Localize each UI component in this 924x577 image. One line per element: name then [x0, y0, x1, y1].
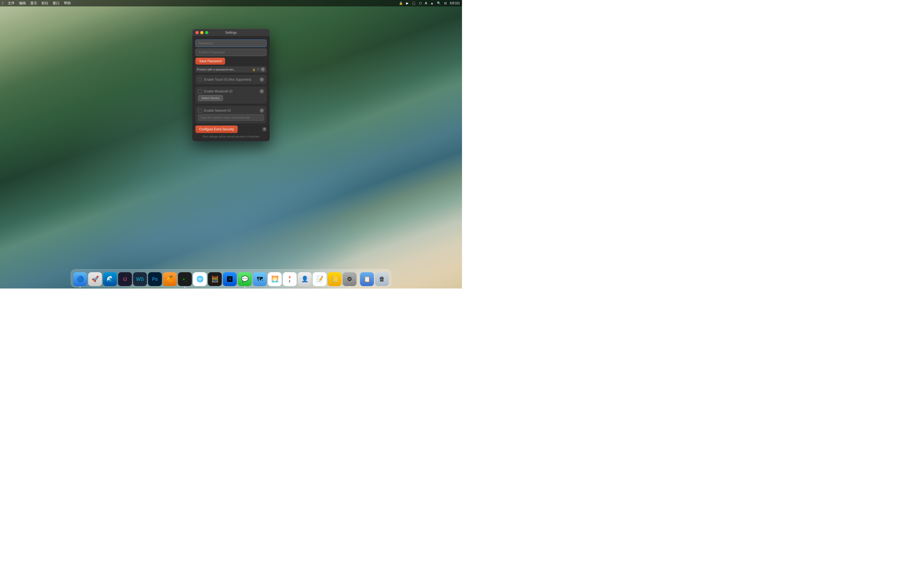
date-display: 6月3日: [450, 1, 460, 6]
text-input-icon: A: [425, 2, 427, 5]
dock-item-maps[interactable]: 🗺: [253, 272, 267, 286]
dock: 🔵 🚀 🌊 IJ WS Ps 🍊 >_ 🌐: [71, 269, 391, 287]
bluetooth-help-button[interactable]: ?: [260, 89, 264, 93]
touch-id-section: Enable Touch ID (Not Supported) ?: [195, 75, 267, 84]
menu-view[interactable]: 显示: [30, 1, 37, 6]
protect-icons: 🔒 🛡: [252, 68, 260, 71]
maximize-button[interactable]: [205, 31, 208, 34]
wifi-icon: ▲: [430, 2, 434, 5]
touch-id-checkbox[interactable]: [198, 78, 202, 82]
touch-id-row: Enable Touch ID (Not Supported) ?: [198, 77, 264, 82]
play-icon: ▶: [406, 2, 409, 5]
dock-item-chrome[interactable]: 🌐: [193, 272, 207, 286]
network-name-input[interactable]: [198, 114, 264, 121]
dock-item-photoshop[interactable]: Ps: [148, 272, 162, 286]
dock-item-calendar[interactable]: 63: [283, 272, 297, 286]
search-icon[interactable]: 🔍: [437, 2, 441, 5]
lock-icon: 🔒: [399, 2, 403, 5]
bluetooth-row: Enable Bluetooth ID ?: [198, 89, 264, 93]
dock-item-webstorm[interactable]: WS: [133, 272, 147, 286]
dock-item-photos[interactable]: 🌅: [268, 272, 282, 286]
shield-icon: 🛡: [257, 68, 260, 71]
bluetooth-label: Enable Bluetooth ID: [204, 89, 233, 93]
select-device-button[interactable]: Select Device: [198, 95, 223, 101]
touch-id-label: Enable Touch ID (Not Supported): [204, 78, 251, 82]
bluetooth-icon: ⬡: [419, 2, 422, 5]
dock-item-finder[interactable]: 🔵: [73, 272, 87, 286]
dock-item-orange[interactable]: 🍊: [163, 272, 177, 286]
control-center-icon[interactable]: ⊟: [444, 2, 447, 5]
bluetooth-checkbox[interactable]: [198, 89, 202, 93]
menu-go[interactable]: 前往: [42, 1, 48, 6]
network-help-button[interactable]: ?: [260, 108, 264, 113]
network-checkbox[interactable]: [198, 109, 202, 113]
menubar:  文件 编辑 显示 前往 窗口 帮助 🔒 ▶ 🎧 ⬡ A ▲ 🔍 ⊟ 6月3日: [0, 0, 462, 6]
network-label: Enable Network ID: [204, 109, 231, 113]
protect-label: Protect with a password win...: [197, 68, 251, 71]
bluetooth-section: Enable Bluetooth ID ? Select Device: [195, 87, 267, 104]
traffic-lights: [195, 31, 208, 34]
menu-file[interactable]: 文件: [8, 1, 15, 6]
protect-row: Protect with a password win... 🔒 🛡 ?: [195, 66, 267, 73]
confirm-password-input[interactable]: [195, 48, 267, 56]
headphones-icon: 🎧: [412, 2, 416, 5]
window-title: Settings: [225, 31, 237, 34]
keychain-note: Your settings will be stored securely in…: [195, 135, 267, 138]
save-password-button[interactable]: Save Password: [195, 58, 225, 64]
dock-item-notes[interactable]: 📒: [328, 272, 342, 286]
dock-item-launchpad[interactable]: 🚀: [88, 272, 102, 286]
dock-item-copyclip[interactable]: 📋: [360, 272, 374, 286]
password-input[interactable]: [195, 40, 267, 47]
menubar-left:  文件 编辑 显示 前往 窗口 帮助: [2, 1, 71, 6]
close-button[interactable]: [195, 31, 199, 34]
window-titlebar: Settings: [192, 29, 270, 36]
desktop:  文件 编辑 显示 前往 窗口 帮助 🔒 ▶ 🎧 ⬡ A ▲ 🔍 ⊟ 6月3日: [0, 0, 462, 288]
lock-icon: 🔒: [252, 68, 256, 71]
network-row: Enable Network ID ?: [198, 108, 264, 113]
settings-window: Settings Save Password Protect with a pa…: [192, 29, 270, 141]
menubar-right: 🔒 ▶ 🎧 ⬡ A ▲ 🔍 ⊟ 6月3日: [399, 1, 460, 6]
menu-help[interactable]: 帮助: [64, 1, 71, 6]
configure-help-button[interactable]: ?: [262, 127, 267, 131]
dock-item-trash[interactable]: 🗑: [375, 272, 389, 286]
menu-edit[interactable]: 编辑: [19, 1, 26, 6]
configure-row: Configure Extra Security ?: [195, 126, 267, 133]
dock-item-messages[interactable]: 💬: [238, 272, 252, 286]
window-content: Save Password Protect with a password wi…: [192, 36, 270, 141]
dock-item-reminders[interactable]: 📝: [313, 272, 327, 286]
touch-id-help-button[interactable]: ?: [260, 77, 264, 82]
apple-menu[interactable]: : [2, 1, 3, 5]
network-section: Enable Network ID ?: [195, 106, 267, 123]
dock-item-calculator[interactable]: 🧮: [208, 272, 222, 286]
dock-item-appstore[interactable]: 🅰: [223, 272, 237, 286]
dock-item-intellij[interactable]: IJ: [118, 272, 132, 286]
minimize-button[interactable]: [200, 31, 204, 34]
password-section: Save Password Protect with a password wi…: [195, 40, 267, 73]
protect-help-button[interactable]: ?: [261, 67, 265, 72]
dock-item-edge[interactable]: 🌊: [103, 272, 117, 286]
bluetooth-label-container: Enable Bluetooth ID: [198, 89, 233, 93]
menu-window[interactable]: 窗口: [53, 1, 60, 6]
dock-item-contacts[interactable]: 👤: [298, 272, 312, 286]
dock-separator: [358, 273, 359, 284]
network-label-container: Enable Network ID: [198, 109, 231, 113]
touch-id-label-container: Enable Touch ID (Not Supported): [198, 78, 251, 82]
configure-extra-security-button[interactable]: Configure Extra Security: [195, 126, 238, 133]
dock-item-terminal[interactable]: >_: [178, 272, 192, 286]
dock-item-systemprefs[interactable]: ⚙: [343, 272, 357, 286]
